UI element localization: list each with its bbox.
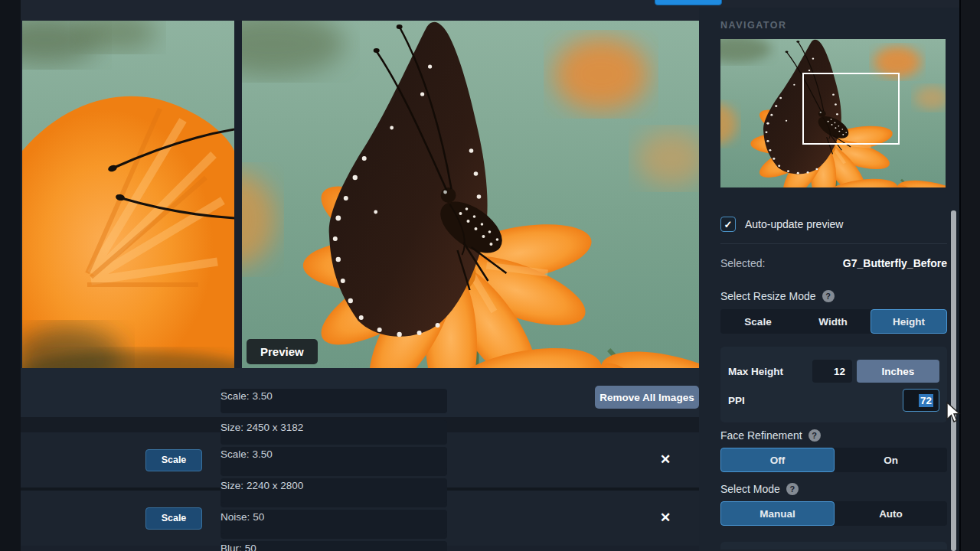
unit-dropdown-button[interactable]: Inches: [857, 360, 939, 383]
face-on-option[interactable]: On: [835, 448, 947, 472]
settings-panel: NAVIGATOR ✓ Auto-update preview Selected…: [699, 8, 959, 551]
auto-update-checkbox[interactable]: ✓: [720, 217, 736, 232]
original-image: [22, 21, 234, 368]
remove-all-images-button[interactable]: Remove All Images: [595, 386, 699, 409]
tab-width[interactable]: Width: [795, 309, 871, 334]
face-refinement-label: Face Refinement: [720, 429, 802, 442]
selected-filename: G7_Butterfly_Before: [843, 257, 947, 269]
active-top-tab-fragment[interactable]: [655, 0, 722, 5]
tab-height[interactable]: Height: [871, 309, 947, 334]
queue-item-settings: Scale:3.50 Size:2240 x 2800 Noise:50 Blu…: [220, 440, 458, 551]
mode-auto-option[interactable]: Auto: [835, 501, 947, 526]
right-edge-strip: [959, 0, 980, 551]
close-icon[interactable]: ✕: [656, 451, 675, 469]
max-height-input[interactable]: 12: [812, 360, 852, 383]
resize-mode-label: Select Resize Mode: [720, 290, 816, 302]
help-icon[interactable]: ?: [808, 429, 821, 442]
ppi-label: PPI: [728, 395, 903, 406]
close-icon[interactable]: ✕: [656, 509, 675, 527]
divider: [720, 243, 947, 244]
select-mode-label-row: Select Mode ?: [720, 483, 947, 495]
face-off-option[interactable]: Off: [720, 448, 835, 472]
image-queue: Scale Scale:3.50 Size:2450 x 3182 Noise:…: [21, 432, 699, 546]
select-mode-toggle: Manual Auto: [720, 501, 947, 526]
main-workspace: Preview Remove All Images Scale Scale:3.…: [21, 21, 699, 551]
resize-mode-tabs: Scale Width Height: [720, 309, 947, 334]
navigator-title: NAVIGATOR: [720, 20, 947, 31]
select-mode-label: Select Mode: [720, 483, 780, 495]
navigator-thumbnail[interactable]: [720, 39, 946, 187]
preview-pane-original[interactable]: [22, 21, 234, 368]
height-settings-box: Max Height 12 Inches PPI 72: [720, 347, 947, 422]
ppi-selected-value: 72: [919, 394, 933, 407]
max-height-label: Max Height: [728, 366, 812, 377]
check-icon: ✓: [724, 219, 733, 230]
tab-scale[interactable]: Scale: [720, 309, 795, 334]
result-image: [242, 21, 699, 368]
preview-chip: Preview: [247, 339, 318, 364]
auto-update-label: Auto-update preview: [745, 218, 843, 230]
resize-mode-label-row: Select Resize Mode ?: [720, 290, 947, 302]
max-height-row: Max Height 12 Inches: [728, 360, 939, 383]
next-section-peek: [720, 542, 947, 549]
selected-label: Selected:: [720, 257, 765, 269]
selected-file-row: Selected: G7_Butterfly_Before: [720, 257, 947, 269]
queue-row[interactable]: Scale Scale:3.50 Size:2240 x 2800 Noise:…: [21, 491, 699, 546]
scale-mode-button[interactable]: Scale: [145, 449, 202, 471]
preview-pane-result[interactable]: Preview: [242, 21, 699, 368]
face-refinement-label-row: Face Refinement ?: [720, 429, 947, 442]
auto-update-row: ✓ Auto-update preview: [720, 217, 947, 232]
ppi-input[interactable]: 72: [903, 389, 939, 412]
help-icon[interactable]: ?: [822, 290, 835, 302]
preview-row: Preview: [21, 21, 699, 368]
face-refinement-toggle: Off On: [720, 448, 947, 472]
panel-scrollbar[interactable]: [951, 210, 956, 551]
ppi-row: PPI 72: [728, 389, 939, 412]
help-icon[interactable]: ?: [786, 483, 799, 495]
navigator-viewport-rect[interactable]: [802, 73, 900, 145]
scale-mode-button[interactable]: Scale: [145, 507, 202, 530]
mode-manual-option[interactable]: Manual: [720, 501, 835, 526]
